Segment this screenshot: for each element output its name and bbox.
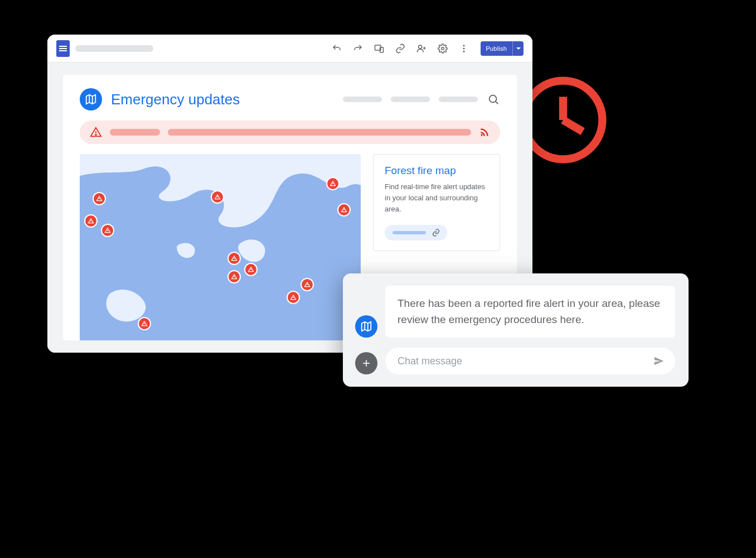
fire-pin-icon[interactable]: [138, 317, 151, 330]
page-header: Emergency updates: [80, 88, 500, 110]
send-icon[interactable]: [653, 355, 665, 367]
publish-button-label: Publish: [481, 41, 512, 56]
svg-line-13: [496, 102, 498, 104]
info-card: Forest fire map Find real-time fire aler…: [373, 154, 500, 251]
alert-text-placeholder: [110, 129, 160, 136]
page-title: Emergency updates: [111, 91, 334, 108]
chat-message-row: There has been a reported fire alert in …: [355, 286, 675, 338]
nav-item-placeholder[interactable]: [391, 97, 430, 102]
add-attachment-button[interactable]: [355, 352, 377, 374]
chat-bubble[interactable]: There has been a reported fire alert in …: [385, 286, 675, 338]
svg-point-11: [463, 50, 464, 52]
fire-pin-icon[interactable]: [93, 192, 106, 205]
chat-input-placeholder: Chat message: [398, 355, 653, 367]
map-landmass: [80, 154, 361, 340]
devices-icon[interactable]: [371, 41, 387, 56]
svg-line-2: [563, 120, 583, 132]
undo-icon[interactable]: [329, 41, 345, 56]
map-icon: [80, 88, 102, 110]
svg-point-8: [441, 47, 444, 50]
alert-text-placeholder: [168, 129, 471, 136]
fire-map[interactable]: [80, 154, 361, 340]
fire-pin-icon[interactable]: [287, 291, 300, 304]
info-card-description: Find real-time fire alert updates in you…: [385, 181, 488, 215]
nav-item-placeholder[interactable]: [439, 97, 478, 102]
fire-pin-icon[interactable]: [244, 263, 258, 276]
svg-point-12: [490, 95, 497, 103]
svg-point-9: [463, 45, 464, 46]
chat-popup: There has been a reported fire alert in …: [343, 273, 689, 387]
add-person-icon[interactable]: [414, 41, 429, 56]
fire-pin-icon[interactable]: [326, 177, 340, 190]
fire-pin-icon[interactable]: [227, 252, 241, 265]
publish-dropdown-icon[interactable]: [512, 41, 524, 56]
doc-title-placeholder[interactable]: [75, 45, 153, 52]
nav-item-placeholder[interactable]: [343, 97, 382, 102]
settings-icon[interactable]: [435, 41, 450, 56]
warning-triangle-icon: [90, 126, 102, 138]
fire-pin-icon[interactable]: [301, 278, 314, 291]
rss-icon[interactable]: [479, 127, 490, 138]
link-icon: [432, 228, 440, 237]
info-card-title: Forest fire map: [385, 165, 488, 177]
fire-pin-icon[interactable]: [337, 203, 351, 217]
chat-input-row: Chat message: [355, 348, 675, 374]
info-card-link[interactable]: [385, 225, 447, 240]
fire-pin-icon[interactable]: [211, 190, 224, 204]
chat-input[interactable]: Chat message: [385, 348, 675, 374]
fire-pin-icon[interactable]: [84, 214, 98, 228]
toolbar: Publish: [47, 35, 532, 62]
search-icon[interactable]: [487, 93, 500, 106]
fire-pin-icon[interactable]: [101, 224, 114, 237]
link-icon[interactable]: [392, 41, 408, 56]
app-logo-icon[interactable]: [56, 40, 70, 57]
alert-banner[interactable]: [80, 121, 500, 144]
more-icon[interactable]: [456, 41, 472, 56]
svg-point-16: [481, 134, 482, 136]
svg-point-10: [463, 47, 464, 49]
fire-pin-icon[interactable]: [227, 270, 241, 283]
link-text-placeholder: [392, 231, 426, 234]
chat-avatar-map-icon: [355, 315, 377, 338]
publish-button[interactable]: Publish: [481, 41, 524, 56]
svg-point-5: [418, 45, 421, 49]
svg-point-15: [95, 134, 96, 136]
redo-icon[interactable]: [350, 41, 366, 56]
